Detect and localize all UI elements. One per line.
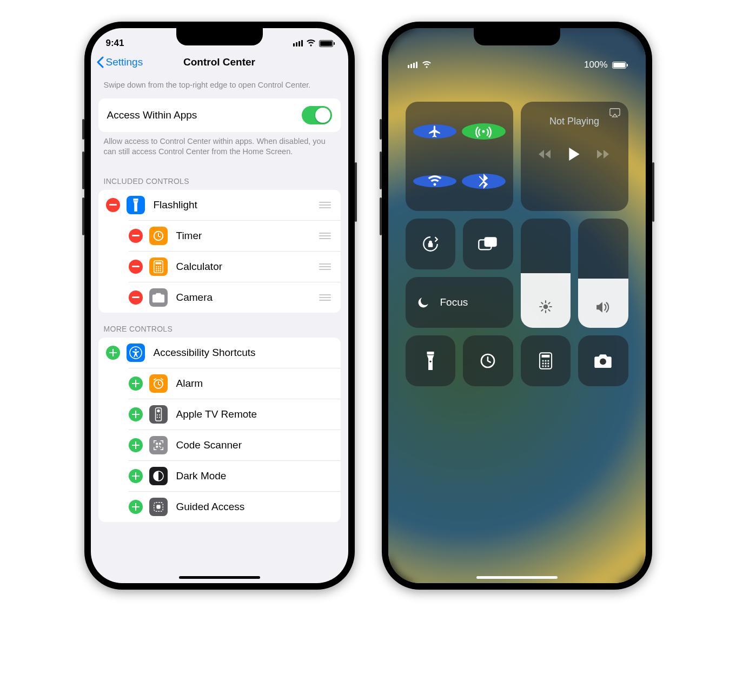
add-button[interactable]: [129, 377, 143, 391]
svg-point-13: [156, 270, 157, 271]
battery-icon: [612, 62, 626, 69]
cellular-toggle[interactable]: [462, 123, 506, 140]
calculator-tile[interactable]: [521, 335, 571, 386]
now-playing-label: Not Playing: [549, 116, 599, 127]
status-time: 9:41: [106, 38, 124, 49]
phone-control-center: 100%: [382, 22, 652, 590]
included-header: INCLUDED CONTROLS: [91, 165, 348, 190]
svg-point-11: [157, 268, 158, 269]
media-tile[interactable]: Not Playing: [521, 102, 628, 211]
more-row: Alarm: [129, 368, 341, 399]
airplane-toggle[interactable]: [413, 124, 457, 138]
add-button[interactable]: [106, 346, 120, 360]
home-indicator[interactable]: [476, 576, 558, 579]
media-play-button[interactable]: [569, 148, 580, 161]
included-row: Flashlight: [98, 190, 341, 220]
drag-handle[interactable]: [319, 202, 333, 208]
control-label: Code Scanner: [176, 439, 333, 451]
calculator-icon: [539, 352, 553, 369]
orientation-lock-tile[interactable]: [406, 219, 456, 269]
camera-icon: [594, 353, 612, 368]
brightness-slider[interactable]: [521, 219, 571, 328]
svg-point-37: [543, 305, 548, 309]
bluetooth-toggle[interactable]: [462, 174, 506, 189]
darkmode-icon: [149, 467, 168, 485]
wifi-icon: [427, 175, 442, 187]
camera-tile[interactable]: [578, 335, 628, 386]
svg-point-49: [545, 365, 546, 367]
timer-tile[interactable]: [463, 335, 513, 386]
included-controls-list: FlashlightTimerCalculatorCamera: [98, 190, 341, 313]
remove-button[interactable]: [129, 290, 143, 305]
svg-point-25: [156, 417, 157, 418]
svg-point-51: [600, 358, 606, 365]
volume-icon: [595, 301, 611, 314]
svg-point-50: [547, 365, 549, 367]
control-label: Flashlight: [154, 199, 319, 211]
svg-rect-41: [541, 355, 549, 358]
svg-point-19: [135, 348, 137, 351]
flashlight-tile[interactable]: [406, 335, 456, 386]
add-button[interactable]: [129, 438, 143, 452]
add-button[interactable]: [129, 500, 143, 514]
included-row: Calculator: [129, 251, 341, 282]
add-button[interactable]: [129, 469, 143, 483]
svg-point-26: [159, 417, 160, 418]
focus-label: Focus: [440, 296, 468, 308]
control-label: Timer: [176, 230, 319, 242]
media-prev-button[interactable]: [539, 149, 552, 159]
svg-rect-36: [485, 237, 497, 247]
volume-slider[interactable]: [578, 219, 628, 328]
qr-icon: [149, 436, 168, 454]
alarm-icon: [149, 374, 168, 393]
control-label: Dark Mode: [176, 470, 333, 482]
svg-rect-30: [158, 446, 160, 447]
svg-point-47: [547, 362, 549, 364]
remove-button[interactable]: [129, 229, 143, 243]
svg-rect-4: [132, 266, 140, 267]
wifi-icon: [422, 61, 432, 69]
svg-point-15: [160, 270, 161, 271]
svg-point-38: [429, 361, 431, 362]
calculator-icon: [149, 257, 168, 276]
add-button[interactable]: [129, 407, 143, 421]
wifi-toggle[interactable]: [413, 175, 457, 187]
svg-rect-0: [109, 204, 117, 206]
remove-button[interactable]: [129, 260, 143, 274]
svg-point-12: [160, 268, 161, 269]
page-title: Control Center: [91, 56, 348, 68]
svg-point-24: [159, 414, 160, 415]
svg-point-22: [157, 409, 160, 412]
cc-status-bar: 100%: [388, 60, 646, 70]
svg-rect-29: [156, 446, 158, 448]
connectivity-tile[interactable]: [406, 102, 513, 211]
brightness-icon: [539, 300, 553, 314]
nav-bar: Settings Control Center: [91, 51, 348, 76]
drag-handle[interactable]: [319, 233, 333, 239]
focus-tile[interactable]: Focus: [406, 277, 513, 328]
home-indicator[interactable]: [179, 576, 260, 579]
screen-mirroring-tile[interactable]: [463, 219, 513, 269]
flashlight-icon: [127, 196, 145, 214]
svg-rect-6: [155, 262, 161, 264]
drag-handle[interactable]: [319, 263, 333, 270]
svg-rect-16: [132, 296, 140, 298]
svg-rect-27: [156, 443, 158, 445]
control-label: Apple TV Remote: [176, 408, 333, 420]
svg-point-43: [545, 360, 546, 361]
svg-rect-28: [158, 443, 161, 445]
wifi-icon: [306, 39, 316, 47]
remove-button[interactable]: [106, 198, 120, 212]
access-toggle[interactable]: [302, 106, 332, 124]
more-row: Code Scanner: [129, 430, 341, 460]
svg-point-8: [157, 266, 158, 267]
media-next-button[interactable]: [597, 149, 610, 159]
phone-settings: 9:41 Settings Control Center Swipe down …: [84, 22, 355, 590]
airplay-icon[interactable]: [609, 107, 621, 118]
svg-rect-34: [156, 505, 160, 509]
control-label: Guided Access: [176, 501, 333, 513]
airplane-icon: [428, 124, 442, 138]
guided-icon: [149, 498, 168, 516]
drag-handle[interactable]: [319, 294, 333, 301]
intro-text: Swipe down from the top-right edge to op…: [91, 76, 348, 98]
